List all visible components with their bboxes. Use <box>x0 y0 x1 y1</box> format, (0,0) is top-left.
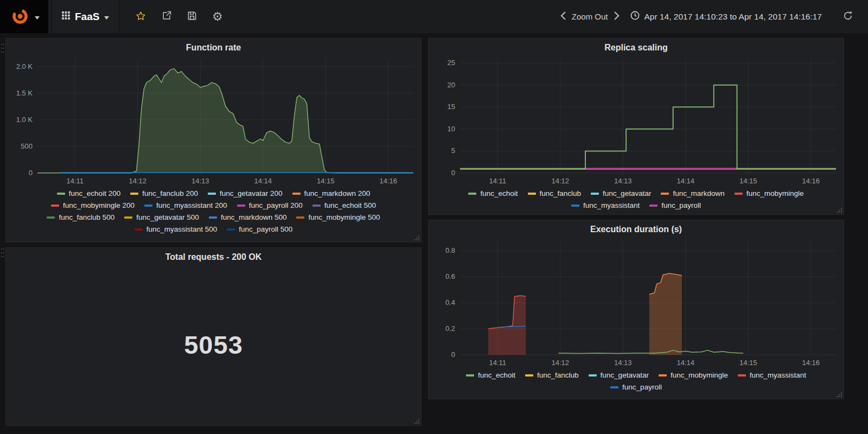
svg-text:14:12: 14:12 <box>129 177 147 185</box>
legend-item[interactable]: func_getavatar 500 <box>124 213 199 222</box>
legend-item[interactable]: func_mobymingle 200 <box>51 201 135 210</box>
legend-item[interactable]: func_markdown 500 <box>209 213 287 222</box>
legend-item[interactable]: func_echoit 200 <box>57 189 120 199</box>
legend-item[interactable]: func_fanclub <box>525 371 579 380</box>
panel-execution-duration: Execution duration (s) 14:1114:1214:1314… <box>428 220 844 399</box>
panel-title[interactable]: Total requests - 200 OK <box>6 248 421 264</box>
legend-item[interactable]: func_myassistant 200 <box>144 201 227 210</box>
row-drag-handle[interactable] <box>1 248 4 258</box>
legend-item[interactable]: func_markdown <box>661 189 724 199</box>
legend-label: func_payroll 500 <box>239 225 292 234</box>
legend-item[interactable]: func_getavatar <box>589 371 649 380</box>
svg-text:0.2: 0.2 <box>445 324 455 333</box>
time-range-picker[interactable]: Apr 14, 2017 14:10:23 to Apr 14, 2017 14… <box>623 10 829 23</box>
panel-title[interactable]: Execution duration (s) <box>429 220 844 236</box>
legend-color-swatch <box>738 374 746 376</box>
legend-color-swatch <box>659 374 667 376</box>
legend-color-swatch <box>208 193 216 195</box>
svg-text:14:16: 14:16 <box>802 177 820 185</box>
legend-item[interactable]: func_myassistant <box>738 371 806 380</box>
panel-title[interactable]: Function rate <box>6 39 421 54</box>
legend-item[interactable]: func_mobymingle 500 <box>296 213 380 222</box>
svg-text:14:13: 14:13 <box>614 177 632 185</box>
time-forward-button[interactable] <box>610 11 623 22</box>
legend-item[interactable]: func_payroll <box>610 382 662 392</box>
share-button[interactable] <box>154 0 179 33</box>
legend-item[interactable]: func_mobymingle <box>659 371 728 380</box>
svg-text:25: 25 <box>448 59 455 67</box>
legend-item[interactable]: func_echoit 500 <box>312 201 376 210</box>
panel-resize-handle[interactable] <box>414 235 420 241</box>
save-icon <box>187 10 197 23</box>
legend-label: func_markdown 500 <box>221 213 287 222</box>
legend-color-swatch <box>227 228 235 231</box>
execution-duration-chart[interactable]: 14:1114:1214:1314:1414:1514:1600.20.40.6… <box>429 236 844 369</box>
share-icon <box>161 10 172 23</box>
svg-text:0.8: 0.8 <box>445 246 455 254</box>
legend-label: func_myassistant 500 <box>146 225 218 234</box>
svg-text:500: 500 <box>21 142 33 150</box>
svg-text:0.4: 0.4 <box>445 298 455 307</box>
legend-color-swatch <box>589 374 597 376</box>
legend-item[interactable]: func_markdown 200 <box>292 189 371 199</box>
svg-text:14:16: 14:16 <box>380 177 398 185</box>
legend-item[interactable]: func_myassistant 500 <box>135 225 218 234</box>
panel-title[interactable]: Replica scaling <box>429 39 844 54</box>
zoom-out-button[interactable]: Zoom Out <box>570 12 610 21</box>
svg-text:14:15: 14:15 <box>317 177 335 185</box>
legend-item[interactable]: func_fanclub 500 <box>47 213 114 222</box>
legend-item[interactable]: func_getavatar <box>591 189 651 199</box>
function-rate-chart[interactable]: 14:1114:1214:1314:1414:1514:1605001.0 K1… <box>6 54 421 187</box>
legend-label: func_echoit <box>478 371 515 380</box>
legend-item[interactable]: func_payroll 200 <box>237 201 303 210</box>
legend-color-swatch <box>57 193 65 195</box>
refresh-button[interactable] <box>835 10 860 23</box>
panel-resize-handle[interactable] <box>837 392 843 398</box>
legend-item[interactable]: func_payroll <box>649 201 701 210</box>
legend-label: func_mobymingle <box>671 371 728 380</box>
legend-color-swatch <box>292 193 301 195</box>
panel-resize-handle[interactable] <box>837 207 843 213</box>
legend-color-swatch <box>237 205 245 207</box>
svg-text:14:15: 14:15 <box>739 359 757 367</box>
legend-label: func_fanclub 500 <box>59 213 114 222</box>
row-drag-handle[interactable] <box>1 43 4 53</box>
svg-text:14:12: 14:12 <box>552 177 570 185</box>
settings-button[interactable]: ⚙ <box>205 0 230 33</box>
legend-label: func_payroll <box>622 382 662 392</box>
function-rate-legend: func_echoit 200func_fanclub 200func_geta… <box>6 187 421 238</box>
legend-item[interactable]: func_mobymingle <box>735 189 804 199</box>
legend-color-swatch <box>649 205 658 207</box>
grafana-menu-button[interactable] <box>0 0 48 33</box>
time-range-text: Apr 14, 2017 14:10:23 to Apr 14, 2017 14… <box>644 12 822 22</box>
star-icon <box>135 10 146 23</box>
legend-item[interactable]: func_getavatar 200 <box>208 189 283 199</box>
svg-text:0.6: 0.6 <box>445 272 455 280</box>
legend-color-swatch <box>466 374 474 376</box>
svg-text:20: 20 <box>448 81 455 89</box>
svg-text:1.0 K: 1.0 K <box>16 116 33 124</box>
replica-scaling-chart[interactable]: 14:1114:1214:1314:1414:1514:160510152025 <box>429 54 844 187</box>
legend-label: func_mobymingle 200 <box>63 201 135 210</box>
time-controls: Zoom Out Apr 14, 2017 14:10:23 to Apr 14… <box>557 0 868 33</box>
legend-label: func_fanclub 200 <box>142 189 198 199</box>
legend-item[interactable]: func_echoit <box>468 189 518 199</box>
legend-item[interactable]: func_fanclub <box>528 189 582 199</box>
dashboard-grid-icon <box>62 11 70 22</box>
time-back-button[interactable] <box>557 11 570 22</box>
legend-color-swatch <box>135 228 143 231</box>
legend-item[interactable]: func_fanclub 200 <box>130 189 198 199</box>
legend-label: func_getavatar 500 <box>136 213 199 222</box>
svg-text:5: 5 <box>451 146 455 155</box>
legend-item[interactable]: func_echoit <box>466 371 515 380</box>
execution-duration-legend: func_echoitfunc_fanclubfunc_getavatarfun… <box>429 369 844 396</box>
star-button[interactable] <box>128 0 154 33</box>
legend-item[interactable]: func_payroll 500 <box>227 225 292 234</box>
svg-text:14:13: 14:13 <box>614 359 632 367</box>
panel-resize-handle[interactable] <box>414 418 420 424</box>
legend-color-swatch <box>591 193 599 195</box>
save-button[interactable] <box>179 0 205 33</box>
dashboard-picker[interactable]: FaaS <box>52 0 119 33</box>
legend-color-swatch <box>735 193 743 195</box>
legend-item[interactable]: func_myassistant <box>571 201 640 210</box>
